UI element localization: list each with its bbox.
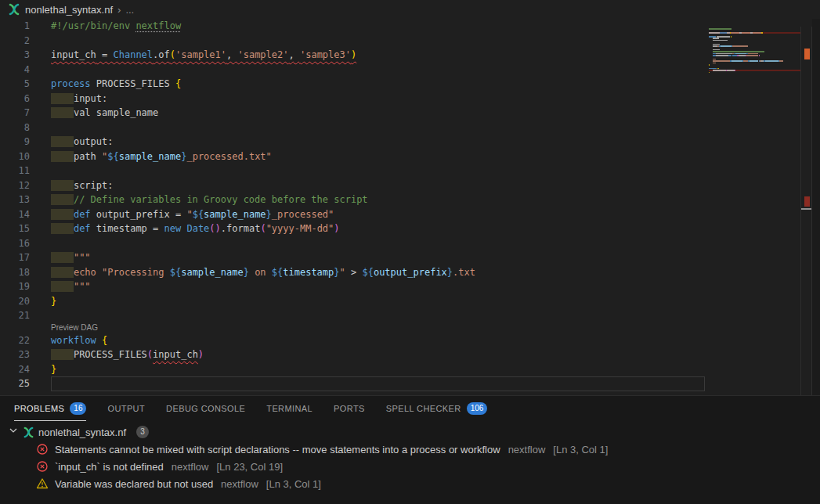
- code-content[interactable]: echo "Processing ${sample_name} on ${tim…: [51, 265, 475, 280]
- code-line-2[interactable]: 2: [0, 34, 820, 49]
- code-line-19[interactable]: 19 """: [0, 279, 820, 294]
- line-number: 21: [0, 308, 30, 323]
- code-token: ): [198, 349, 204, 360]
- ruler-marker: [801, 208, 812, 210]
- code-token: ): [215, 223, 221, 234]
- code-token: }: [266, 209, 272, 220]
- problem-message: Variable was declared but not used: [55, 478, 213, 490]
- tab-output[interactable]: OUTPUT: [107, 396, 145, 421]
- code-content[interactable]: }: [51, 362, 56, 377]
- code-content[interactable]: #!/usr/bin/env nextflow: [51, 19, 181, 34]
- problem-location: [Ln 23, Col 19]: [216, 461, 283, 473]
- ruler-marker: [804, 196, 810, 207]
- problem-row[interactable]: `input_ch` is not definednextflow[Ln 23,…: [0, 458, 820, 475]
- code-line-9[interactable]: 9 output:: [0, 135, 820, 149]
- overview-ruler[interactable]: [801, 19, 812, 395]
- code-line-23[interactable]: 23 PROCESS_FILES(input_ch): [0, 347, 820, 362]
- code-content[interactable]: workflow {: [51, 333, 107, 348]
- code-content[interactable]: val sample_name: [51, 106, 158, 121]
- problem-source: nextflow: [172, 461, 209, 473]
- indent-guide-block: [51, 267, 74, 278]
- code-token: output_prefix =: [91, 209, 187, 220]
- code-line-17[interactable]: 17 """: [0, 250, 820, 265]
- code-content[interactable]: }: [51, 294, 56, 309]
- code-token: input_ch: [153, 349, 198, 360]
- code-line-16[interactable]: 16: [0, 236, 820, 251]
- problem-row[interactable]: Statements cannot be mixed with script d…: [0, 441, 820, 458]
- code-content[interactable]: input:: [51, 92, 107, 106]
- indent-guide-block: [51, 180, 74, 191]
- minimap[interactable]: [709, 28, 800, 91]
- code-content[interactable]: """: [51, 279, 91, 294]
- code-line-21[interactable]: 21: [0, 308, 820, 323]
- code-line-22[interactable]: 22workflow {: [0, 333, 820, 348]
- nextflow-icon: [8, 3, 20, 16]
- warning-icon: [36, 477, 49, 490]
- code-line-25[interactable]: 25: [0, 376, 820, 391]
- code-content[interactable]: output:: [51, 135, 113, 149]
- code-token: ": [186, 209, 192, 220]
- problem-location: [Ln 3, Col 1]: [266, 478, 321, 490]
- tab-ports[interactable]: PORTS: [334, 396, 365, 421]
- code-token: (: [260, 223, 266, 234]
- chevron-right-icon: ›: [117, 4, 121, 16]
- breadcrumb-ellipsis[interactable]: ...: [125, 4, 134, 16]
- code-line-6[interactable]: 6 input:: [0, 92, 820, 106]
- code-token: echo: [74, 267, 102, 278]
- code-line-8[interactable]: 8: [0, 121, 820, 135]
- code-line-7[interactable]: 7 val sample_name: [0, 106, 820, 121]
- code-content[interactable]: PROCESS_FILES(input_ch): [51, 347, 204, 362]
- code-token: }: [244, 267, 249, 278]
- tab-debug-console[interactable]: DEBUG CONSOLE: [166, 396, 245, 421]
- code-line-18[interactable]: 18 echo "Processing ${sample_name} on ${…: [0, 265, 820, 280]
- error-icon: [36, 443, 49, 455]
- code-line-12[interactable]: 12 script:: [0, 178, 820, 193]
- tab-terminal[interactable]: TERMINAL: [266, 396, 312, 421]
- code-content[interactable]: path "${sample_name}_processed.txt": [51, 149, 272, 164]
- code-token: #!/usr/bin/env: [51, 20, 135, 31]
- code-content[interactable]: """: [51, 250, 91, 265]
- code-token: {: [175, 78, 181, 89]
- tab-label: SPELL CHECKER: [386, 404, 461, 413]
- tab-problems[interactable]: PROBLEMS16: [14, 396, 86, 421]
- code-line-1[interactable]: 1#!/usr/bin/env nextflow: [0, 19, 820, 34]
- code-token: 'sample1': [175, 49, 226, 60]
- code-token: ": [340, 267, 345, 278]
- code-line-13[interactable]: 13 // Define variables in Groovy code be…: [0, 193, 820, 207]
- code-line-20[interactable]: 20}: [0, 294, 820, 309]
- code-token: Channel: [113, 49, 153, 60]
- code-lines[interactable]: 1#!/usr/bin/env nextflow23input_ch = Cha…: [0, 19, 820, 391]
- code-line-14[interactable]: 14 def output_prefix = "${sample_name}_p…: [0, 207, 820, 222]
- current-line-highlight: [51, 376, 705, 391]
- line-number: 20: [0, 294, 30, 309]
- code-content[interactable]: process PROCESS_FILES {: [51, 77, 181, 92]
- code-token: sample_name: [204, 209, 266, 220]
- code-token: timestamp =: [91, 223, 164, 234]
- tab-badge: 106: [467, 402, 488, 415]
- problems-file-group[interactable]: nonlethal_syntax.nf 3: [0, 423, 820, 441]
- problem-message: Statements cannot be mixed with script d…: [55, 444, 500, 455]
- tab-spell-checker[interactable]: SPELL CHECKER106: [386, 396, 488, 421]
- code-token: ): [334, 223, 339, 234]
- line-number: 12: [0, 178, 30, 193]
- code-line-10[interactable]: 10 path "${sample_name}_processed.txt": [0, 149, 820, 164]
- code-line-24[interactable]: 24}: [0, 362, 820, 377]
- problem-row[interactable]: Variable was declared but not usednextfl…: [0, 475, 820, 492]
- problems-list: Statements cannot be mixed with script d…: [0, 441, 820, 492]
- bottom-panel: PROBLEMS16OUTPUTDEBUG CONSOLETERMINALPOR…: [0, 395, 820, 504]
- nextflow-icon: [23, 427, 34, 438]
- breadcrumb-file[interactable]: nonlethal_syntax.nf: [25, 4, 113, 16]
- chevron-down-icon[interactable]: [8, 425, 19, 439]
- code-content[interactable]: // Define variables in Groovy code befor…: [51, 193, 368, 207]
- code-line-5[interactable]: 5process PROCESS_FILES {: [0, 77, 820, 92]
- code-content[interactable]: def timestamp = new Date().format("yyyy-…: [51, 221, 340, 236]
- code-line-3[interactable]: 3input_ch = Channel.of('sample1', 'sampl…: [0, 48, 820, 63]
- code-line-4[interactable]: 4: [0, 63, 820, 77]
- code-token: ,: [289, 49, 300, 60]
- code-line-11[interactable]: 11: [0, 164, 820, 178]
- code-content[interactable]: def output_prefix = "${sample_name}_proc…: [51, 207, 334, 222]
- code-line-15[interactable]: 15 def timestamp = new Date().format("yy…: [0, 221, 820, 236]
- code-content[interactable]: input_ch = Channel.of('sample1', 'sample…: [51, 48, 356, 63]
- code-content[interactable]: script:: [51, 178, 113, 193]
- codelens-preview-dag-link[interactable]: Preview DAG: [51, 323, 98, 332]
